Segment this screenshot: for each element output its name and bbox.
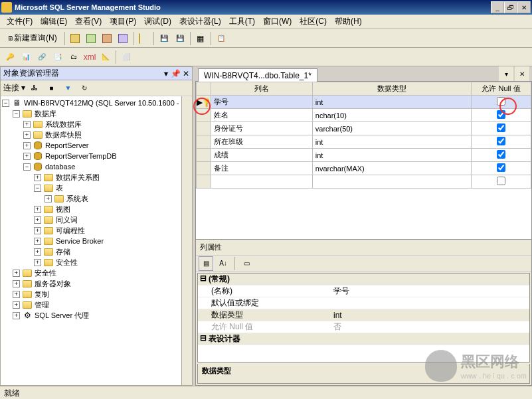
- menu-designer[interactable]: 表设计器(L): [175, 15, 225, 29]
- object-explorer-tree[interactable]: −🖥WIN-B8RVQT412MQ (SQL Server 10.50.1600…: [1, 96, 181, 385]
- tree-toggle[interactable]: +: [23, 131, 31, 139]
- column-row[interactable]: 身份证号 varchar(50): [197, 122, 531, 135]
- tool-btn[interactable]: xml: [82, 50, 97, 64]
- new-query-button[interactable]: 🗎 新建查询(N): [3, 31, 62, 46]
- column-row[interactable]: ▶🔑 学号 int: [197, 96, 531, 109]
- tree-item[interactable]: 存储: [56, 247, 70, 257]
- tree-item[interactable]: Service Broker: [56, 237, 104, 245]
- toolbar-btn[interactable]: [116, 31, 130, 46]
- prop-name-value[interactable]: 学号: [331, 285, 529, 297]
- tree-toggle[interactable]: −: [34, 185, 41, 192]
- tree-toggle[interactable]: −: [23, 163, 31, 171]
- tree-item[interactable]: 同义词: [56, 215, 78, 225]
- tree-item[interactable]: 安全性: [35, 268, 56, 278]
- tree-item[interactable]: 可编程性: [56, 226, 85, 236]
- allownull-checkbox[interactable]: [497, 177, 505, 185]
- column-row-empty[interactable]: [197, 175, 531, 189]
- tool-btn[interactable]: ⬜: [119, 50, 133, 64]
- tree-item[interactable]: 复制: [35, 289, 49, 299]
- cell-colname[interactable]: 姓名: [211, 109, 313, 122]
- menu-view[interactable]: 查看(V): [71, 15, 106, 29]
- tree-item[interactable]: 系统数据库: [45, 120, 82, 129]
- allownull-checkbox[interactable]: [497, 150, 505, 159]
- tool-btn[interactable]: 🗂: [66, 50, 81, 64]
- allownull-checkbox[interactable]: [497, 163, 505, 172]
- tab-close[interactable]: ✕: [515, 66, 529, 81]
- tool-btn[interactable]: 📑: [50, 50, 65, 64]
- tool-btn[interactable]: 🔗: [35, 50, 49, 64]
- tree-item[interactable]: ReportServerTempDB: [45, 152, 117, 160]
- tool-btn[interactable]: 📊: [19, 50, 33, 64]
- allownull-checkbox[interactable]: [497, 137, 505, 145]
- cell-colname[interactable]: 身份证号: [211, 122, 313, 135]
- cell-colname[interactable]: 成绩: [211, 149, 313, 162]
- property-grid[interactable]: ⊟(常规) (名称)学号 默认值或绑定 数据类型int 允许 Null 值否 ⊟…: [197, 273, 530, 362]
- restore-button[interactable]: 🗗: [504, 1, 517, 13]
- tree-toggle[interactable]: −: [13, 110, 20, 118]
- tree-toggle[interactable]: +: [34, 174, 41, 181]
- tree-item[interactable]: ReportServer: [45, 141, 88, 149]
- prop-default-value[interactable]: [331, 297, 529, 309]
- allownull-checkbox[interactable]: [497, 97, 505, 106]
- tree-item[interactable]: 安全性: [56, 258, 78, 268]
- tree-toggle[interactable]: +: [23, 121, 31, 128]
- minimize-button[interactable]: _: [491, 1, 504, 13]
- prop-section-designer[interactable]: 表设计器: [209, 333, 240, 345]
- tree-toggle[interactable]: +: [44, 195, 52, 202]
- toolbar-btn[interactable]: [68, 31, 82, 46]
- find-button[interactable]: ▦: [193, 31, 208, 46]
- cell-colname[interactable]: 所在班级: [211, 135, 313, 149]
- column-row[interactable]: 备注 nvarchar(MAX): [197, 162, 531, 175]
- connect-button[interactable]: 连接 ▾: [3, 82, 25, 94]
- tree-toggle[interactable]: +: [34, 248, 41, 256]
- cell-datatype[interactable]: int: [312, 149, 471, 162]
- tool-btn[interactable]: 🔑: [3, 50, 17, 64]
- column-row[interactable]: 姓名 nchar(10): [197, 109, 531, 122]
- activity-button[interactable]: 📋: [214, 31, 228, 46]
- menu-help[interactable]: 帮助(H): [331, 15, 366, 29]
- menu-tools[interactable]: 工具(T): [225, 15, 259, 29]
- menu-file[interactable]: 文件(F): [3, 15, 37, 29]
- toolbar-btn[interactable]: [100, 31, 114, 46]
- tree-toggle[interactable]: +: [23, 142, 31, 149]
- tree-toggle[interactable]: +: [13, 280, 20, 287]
- tree-toggle[interactable]: +: [34, 227, 41, 234]
- cell-datatype[interactable]: varchar(50): [312, 122, 471, 135]
- tree-toggle[interactable]: −: [2, 100, 9, 107]
- tree-toggle[interactable]: +: [34, 259, 41, 266]
- menu-edit[interactable]: 编辑(E): [37, 15, 71, 29]
- tree-item[interactable]: 数据库关系图: [56, 173, 100, 183]
- prop-datatype-value[interactable]: int: [331, 309, 529, 321]
- oe-refresh[interactable]: ↻: [77, 81, 92, 96]
- tree-item[interactable]: 视图: [56, 204, 70, 214]
- tree-toggle[interactable]: +: [23, 153, 31, 160]
- menu-community[interactable]: 社区(C): [296, 15, 331, 29]
- toolbar-btn[interactable]: [84, 31, 98, 46]
- allownull-checkbox[interactable]: [497, 123, 505, 132]
- tree-item[interactable]: database: [45, 163, 75, 171]
- menu-project[interactable]: 项目(P): [106, 15, 140, 29]
- oe-tool[interactable]: ■: [44, 81, 58, 96]
- column-grid[interactable]: 列名 数据类型 允许 Null 值 ▶🔑 学号 int 姓名 nchar(10): [196, 82, 531, 189]
- cell-colname[interactable]: 学号: [211, 96, 313, 109]
- allownull-checkbox[interactable]: [497, 110, 505, 119]
- tree-item[interactable]: 管理: [35, 300, 49, 310]
- tab-dropdown[interactable]: ▾: [499, 66, 513, 81]
- tree-item[interactable]: 数据库快照: [45, 130, 82, 140]
- oe-filter[interactable]: ▼: [60, 81, 75, 96]
- oe-tool[interactable]: 🖧: [27, 81, 42, 96]
- tree-databases[interactable]: 数据库: [35, 109, 56, 119]
- cell-datatype[interactable]: nchar(10): [312, 109, 471, 122]
- prop-section-general[interactable]: (常规): [209, 274, 230, 285]
- menu-window[interactable]: 窗口(W): [259, 15, 296, 29]
- tree-toggle[interactable]: +: [13, 312, 20, 319]
- prop-alphabetical-button[interactable]: A↓: [216, 256, 230, 271]
- tree-toggle[interactable]: +: [34, 216, 41, 224]
- tree-item[interactable]: 系统表: [66, 194, 88, 204]
- save-all-button[interactable]: 💾: [173, 31, 187, 46]
- tree-root[interactable]: WIN-B8RVQT412MQ (SQL Server 10.50.1600 -: [24, 99, 179, 107]
- tree-item[interactable]: 服务器对象: [35, 279, 71, 289]
- menu-debug[interactable]: 调试(D): [140, 15, 175, 29]
- cell-datatype[interactable]: nvarchar(MAX): [312, 162, 471, 175]
- cell-colname[interactable]: 备注: [211, 162, 313, 175]
